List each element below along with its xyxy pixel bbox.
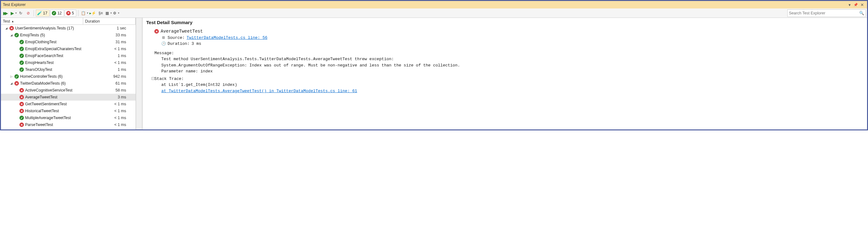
- run-button[interactable]: ▶: [10, 10, 17, 16]
- fail-icon: [66, 11, 71, 15]
- pass-icon: [20, 67, 24, 72]
- fail-icon: [14, 81, 19, 86]
- test-row[interactable]: GetTweetSentimentTest< 1 ms: [1, 101, 135, 107]
- search-input[interactable]: [789, 11, 859, 15]
- show-run-button[interactable]: ▸⚡: [89, 10, 97, 16]
- test-duration: 1 ms: [83, 54, 135, 58]
- duration-value: 3 ms: [191, 41, 201, 47]
- close-icon[interactable]: ✕: [859, 2, 865, 8]
- test-row[interactable]: EmojiHeartsTest< 1 ms: [1, 59, 135, 66]
- fail-icon: [9, 26, 14, 30]
- test-row[interactable]: UserSentimentAnalysis.Tests (17)1 sec: [1, 25, 135, 32]
- fail-icon: [20, 109, 24, 113]
- test-row[interactable]: MultipleAverageTweetTest< 1 ms: [1, 114, 135, 121]
- columns-button[interactable]: ▦: [105, 10, 112, 16]
- fail-icon: [20, 88, 24, 93]
- test-duration: < 1 ms: [83, 123, 135, 127]
- message-body: Test method UserSentimentAnalysis.Tests.…: [161, 56, 864, 75]
- source-icon: ▤: [161, 35, 166, 40]
- window-dropdown-icon[interactable]: ▾: [846, 2, 852, 8]
- test-row[interactable]: HistoricalTweetTest< 1 ms: [1, 107, 135, 114]
- test-duration: 31 ms: [83, 40, 135, 44]
- test-duration: < 1 ms: [83, 109, 135, 113]
- flask-icon: [37, 11, 42, 15]
- test-duration: < 1 ms: [83, 47, 135, 51]
- test-row[interactable]: EmojiClothingTest31 ms: [1, 39, 135, 45]
- test-label: EmojiHeartsTest: [25, 61, 54, 65]
- fail-icon: [154, 29, 159, 34]
- filter-all-tests[interactable]: 17: [36, 10, 50, 16]
- pin-icon[interactable]: 📌: [852, 2, 859, 8]
- toolbar: ▶▶ ▶ ↻ ⊘ 17 12 5 📋 ▸⚡ §≡ ▦ ⚙ 🔍: [1, 8, 867, 18]
- search-icon[interactable]: 🔍: [859, 11, 864, 15]
- pass-icon: [20, 54, 24, 58]
- test-row[interactable]: TwitterDataModelTests (6)61 ms: [1, 80, 135, 87]
- window-title: Test Explorer: [3, 2, 26, 7]
- detail-duration-row: 🕒 Duration: 3 ms: [161, 41, 864, 47]
- playlist-button[interactable]: 📋: [80, 10, 88, 16]
- test-label: TearsOfJoyTest: [25, 67, 52, 72]
- fail-icon: [20, 102, 24, 106]
- test-label: UserSentimentAnalysis.Tests (17): [15, 26, 74, 30]
- filter-failed-count: 5: [72, 11, 74, 15]
- test-row[interactable]: ActiveCognitiveServiceTest58 ms: [1, 87, 135, 94]
- test-row[interactable]: EmojiExtraSpecialCharatersTest< 1 ms: [1, 45, 135, 52]
- detail-source-row: ▤ Source: TwitterDataModelTests.cs line:…: [161, 35, 864, 41]
- column-duration[interactable]: Duration: [83, 18, 135, 25]
- filter-failed-tests[interactable]: 5: [65, 10, 76, 16]
- test-label: GetTweetSentimentTest: [25, 102, 67, 106]
- duration-label: Duration:: [167, 41, 190, 47]
- repeat-last-run-button[interactable]: ↻: [17, 10, 24, 16]
- detail-test-name: AverageTweetTest: [161, 28, 203, 35]
- pass-icon: [14, 74, 19, 79]
- sort-asc-icon: ▲: [11, 20, 14, 23]
- detail-pane: Test Detail Summary AverageTweetTest ▤ S…: [143, 18, 867, 129]
- title-bar: Test Explorer ▾ 📌 ✕: [1, 1, 867, 8]
- test-label: HistoricalTweetTest: [25, 109, 59, 113]
- test-label: EmojiExtraSpecialCharatersTest: [25, 47, 81, 51]
- test-row[interactable]: HomeControllerTests (6)942 ms: [1, 73, 135, 80]
- test-label: HomeControllerTests (6): [20, 74, 62, 79]
- expand-toggle[interactable]: [10, 82, 13, 85]
- stack-link[interactable]: at TwitterDataModelTests.AverageTweetTes…: [161, 88, 864, 94]
- message-block: Message: Test method UserSentimentAnalys…: [154, 50, 864, 75]
- tree-body[interactable]: UserSentimentAnalysis.Tests (17)1 secEmo…: [1, 25, 135, 129]
- test-duration: 942 ms: [83, 74, 135, 79]
- test-label: ActiveCognitiveServiceTest: [25, 88, 72, 93]
- run-all-button[interactable]: ▶▶: [2, 10, 9, 16]
- test-duration: 1 sec: [83, 26, 135, 30]
- search-box[interactable]: 🔍: [787, 9, 866, 17]
- filter-passed-tests[interactable]: 12: [50, 10, 64, 16]
- pass-icon: [20, 40, 24, 44]
- pass-icon: [20, 116, 24, 120]
- pass-icon: [52, 11, 56, 15]
- run-failed-button[interactable]: ⊘: [25, 10, 32, 16]
- settings-button[interactable]: ⚙: [112, 10, 119, 16]
- test-row[interactable]: EmojiFaceSearchTest1 ms: [1, 52, 135, 59]
- expand-toggle[interactable]: [5, 27, 8, 30]
- source-label: Source:: [167, 35, 185, 41]
- test-row[interactable]: AverageTweetTest3 ms: [1, 94, 135, 101]
- expand-toggle[interactable]: [10, 34, 13, 37]
- filter-passed-count: 12: [57, 11, 62, 15]
- test-row[interactable]: TearsOfJoyTest1 ms: [1, 66, 135, 73]
- tree-scrollbar[interactable]: [136, 18, 141, 129]
- group-by-button[interactable]: §≡: [97, 10, 104, 16]
- test-row[interactable]: EmojiTests (5)33 ms: [1, 32, 135, 39]
- source-link[interactable]: TwitterDataModelTests.cs line: 56: [187, 35, 267, 41]
- test-duration: < 1 ms: [83, 61, 135, 65]
- test-row[interactable]: ParseTweetTest< 1 ms: [1, 121, 135, 128]
- detail-heading: Test Detail Summary: [146, 19, 864, 26]
- column-test[interactable]: Test ▲: [1, 18, 83, 25]
- test-duration: 33 ms: [83, 33, 135, 37]
- test-duration: < 1 ms: [83, 102, 135, 106]
- pass-icon: [14, 33, 19, 37]
- test-label: MultipleAverageTweetTest: [25, 116, 71, 120]
- tree-header: Test ▲ Duration: [1, 18, 135, 25]
- expand-toggle[interactable]: [10, 75, 13, 78]
- test-duration: 58 ms: [83, 88, 135, 93]
- message-label: Message:: [154, 50, 864, 57]
- test-duration: 1 ms: [83, 67, 135, 72]
- test-duration: 61 ms: [83, 81, 135, 86]
- collapse-toggle-icon[interactable]: −: [152, 77, 154, 80]
